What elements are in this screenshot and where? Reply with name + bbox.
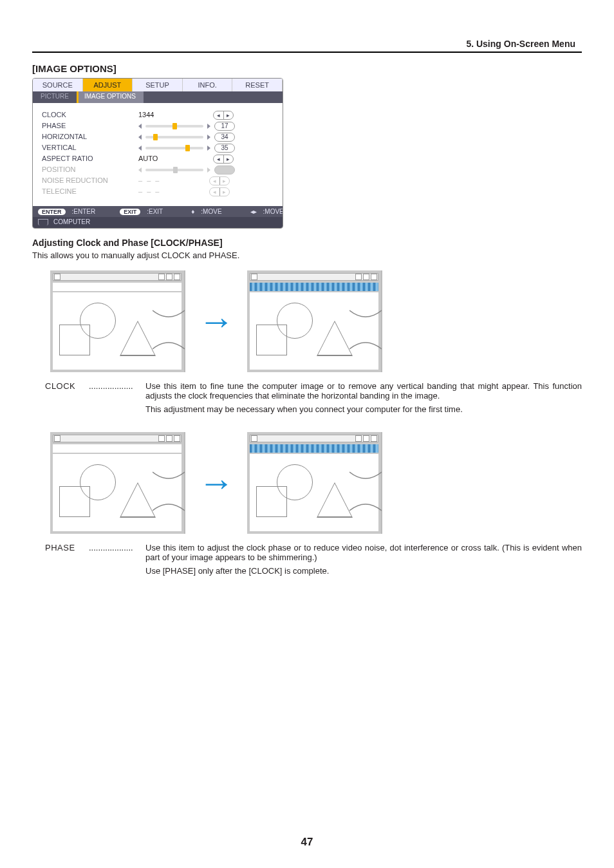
subtab-picture: PICTURE	[33, 91, 77, 103]
exit-label: :EXIT	[147, 208, 163, 215]
osd-footer-source: COMPUTER	[33, 217, 283, 228]
chev-left-icon	[138, 124, 142, 129]
phase-after-thumb	[247, 432, 382, 534]
def-phase-dots: ...................	[89, 543, 140, 552]
def-clock-p2: This adjustment may be necessary when yo…	[145, 404, 582, 414]
chev-right-icon	[207, 135, 210, 140]
chev-left-icon	[138, 167, 142, 173]
nr-value: – – –	[138, 175, 205, 186]
item-position-label: POSITION	[42, 164, 138, 175]
leftright-icon: ◂▸	[250, 208, 257, 215]
telecine-value: – – –	[138, 186, 205, 197]
def-phase: PHASE ................... Use this item …	[45, 543, 582, 580]
osd-tabs: SOURCE ADJUST SETUP INFO. RESET	[33, 79, 283, 91]
def-phase-term: PHASE	[45, 543, 84, 552]
source-icon	[38, 219, 48, 225]
position-value	[214, 165, 235, 175]
clock-after-thumb	[247, 270, 382, 372]
telecine-pill: ◂▸	[209, 187, 230, 196]
chev-right-icon	[207, 167, 210, 173]
horizontal-value: 34	[214, 133, 235, 142]
row-vertical: 35	[138, 142, 274, 153]
subtab-image-options: IMAGE OPTIONS	[77, 91, 144, 103]
item-aspect-label: ASPECT RATIO	[42, 153, 138, 164]
chev-right-icon	[207, 124, 210, 129]
row-horizontal: 34	[138, 131, 274, 142]
arrow-right-icon: →	[198, 303, 234, 339]
exit-button-icon: EXIT	[120, 209, 140, 215]
row-position	[138, 164, 274, 175]
row-nr: – – – ◂▸	[138, 175, 274, 186]
intro-text: This allows you to manually adjust CLOCK…	[32, 250, 582, 260]
nr-pill: ◂▸	[209, 176, 230, 185]
chapter-heading: 5. Using On-Screen Menu	[32, 39, 582, 49]
chev-left-icon	[138, 135, 142, 140]
item-vertical-label: VERTICAL	[42, 142, 138, 153]
osd-screenshot: SOURCE ADJUST SETUP INFO. RESET PICTURE …	[32, 78, 283, 229]
aspect-value: AUTO	[138, 153, 201, 164]
item-phase-label: PHASE	[42, 120, 138, 131]
def-clock-p1: Use this item to fine tune the computer …	[145, 381, 582, 401]
move-label-2: :MOVE	[263, 208, 283, 215]
header-rule	[32, 52, 582, 53]
clock-pill: ◂▸	[213, 111, 234, 120]
clock-before-thumb	[50, 270, 185, 372]
chev-right-icon	[207, 146, 210, 151]
clock-diagram-row: →	[50, 270, 582, 372]
def-phase-p1: Use this item to adjust the clock phase …	[145, 543, 582, 562]
def-clock: CLOCK ................... Use this item …	[45, 381, 582, 418]
tab-source: SOURCE	[33, 79, 83, 91]
move-label-1: :MOVE	[201, 208, 221, 215]
vertical-value: 35	[214, 144, 235, 153]
phase-value: 17	[214, 122, 235, 131]
row-phase: 17	[138, 120, 274, 131]
tab-info: INFO.	[183, 79, 233, 91]
tab-reset: RESET	[232, 79, 283, 91]
def-phase-p2: Use [PHASE] only after the [CLOCK] is co…	[145, 566, 582, 576]
item-clock-label: CLOCK	[42, 109, 138, 120]
osd-subtabs: PICTURE IMAGE OPTIONS	[33, 91, 283, 103]
item-horizontal-label: HORIZONTAL	[42, 131, 138, 142]
phase-diagram-row: →	[50, 432, 582, 534]
subhead-clock-phase: Adjusting Clock and Phase [CLOCK/PHASE]	[32, 238, 582, 248]
updown-icon: ♦	[191, 208, 194, 215]
item-telecine-label: TELECINE	[42, 186, 138, 197]
page-number: 47	[0, 836, 614, 849]
chev-left-icon	[138, 146, 142, 151]
def-clock-term: CLOCK	[45, 381, 84, 391]
clock-value: 1344	[138, 109, 201, 120]
row-aspect: AUTO ◂▸	[138, 153, 274, 164]
aspect-pill: ◂▸	[213, 155, 234, 164]
tab-adjust: ADJUST	[83, 79, 133, 91]
tab-setup: SETUP	[133, 79, 183, 91]
osd-footer: ENTER :ENTER EXIT :EXIT ♦ :MOVE ◂▸ :MOVE	[33, 206, 283, 217]
enter-button-icon: ENTER	[38, 209, 66, 215]
source-value: COMPUTER	[53, 218, 90, 225]
item-nr-label: NOISE REDUCTION	[42, 175, 138, 186]
row-clock: 1344 ◂▸	[138, 109, 274, 120]
section-title: [IMAGE OPTIONS]	[32, 63, 582, 74]
row-telecine: – – – ◂▸	[138, 186, 274, 197]
def-clock-dots: ...................	[89, 381, 140, 391]
phase-before-thumb	[50, 432, 185, 534]
enter-label: :ENTER	[72, 208, 96, 215]
arrow-right-icon: →	[198, 465, 234, 501]
